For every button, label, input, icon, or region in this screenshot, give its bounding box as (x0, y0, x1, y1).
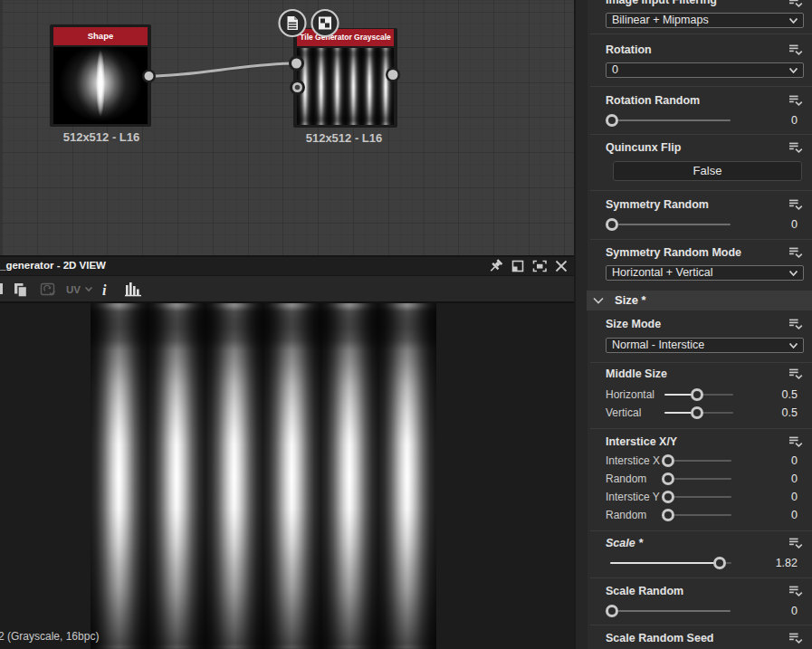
svg-text:i: i (102, 282, 107, 298)
svg-text:UV: UV (66, 284, 81, 295)
